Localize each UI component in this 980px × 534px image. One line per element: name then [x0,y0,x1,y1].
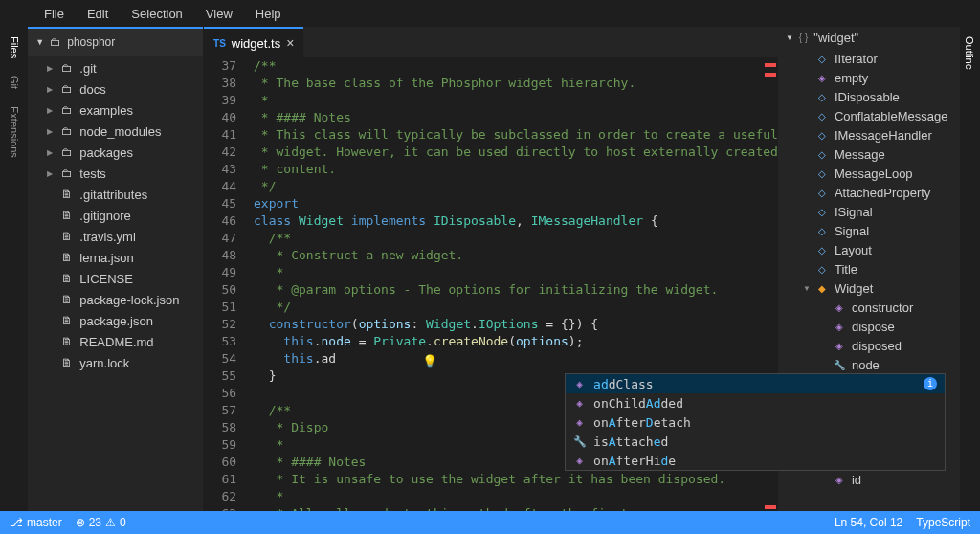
tab-widget-ts[interactable]: TS widget.ts × [204,27,303,57]
editor-tabs: TS widget.ts × [204,27,778,57]
activity-git[interactable]: Git [9,76,20,89]
tree-item[interactable]: 🗎package-lock.json [28,289,203,310]
tree-item[interactable]: ▶🗀docs [28,78,203,100]
file-icon: 🗎 [60,293,74,306]
outline-item[interactable]: ◈empty [778,68,960,87]
tree-item[interactable]: ▶🗀tests [28,163,203,184]
explorer-header[interactable]: ▼ 🗀 phosphor [28,27,203,56]
chevron-icon: ▼ [803,284,811,293]
line-number: 49 [204,264,254,281]
outline-item[interactable]: ▼◆Widget [778,278,960,298]
line-number: 53 [204,333,254,350]
line-number: 40 [204,109,254,126]
outline-item[interactable]: 🔧node [778,355,960,374]
tree-item[interactable]: ▶🗀examples [28,100,203,121]
code-line: class Widget implements IDisposable, IMe… [254,212,658,230]
outline-header[interactable]: ▼ { } "widget" [778,27,960,49]
outline-item-label: AttachedProperty [835,186,930,200]
tree-item-label: package.json [79,314,153,328]
menu-selection[interactable]: Selection [122,3,191,25]
menu-edit[interactable]: Edit [78,3,118,25]
outline-item[interactable]: ◇ConflatableMessage [778,106,960,125]
tree-item[interactable]: 🗎README.md [28,331,203,352]
interface-icon: ◇ [816,187,829,199]
tree-item[interactable]: 🗎yarn.lock [28,352,203,373]
outline-item[interactable]: ◇IIterator [778,49,960,68]
code-line: * [254,488,283,505]
suggest-item[interactable]: ◈onAfterDetach [566,412,945,432]
suggest-item[interactable]: ◈onAfterHide [566,451,945,470]
chevron-right-icon: ▶ [47,64,55,73]
line-number: 54 [204,350,254,367]
error-icon: ⊗ [76,516,85,529]
tree-item-label: lerna.json [79,251,133,265]
suggest-label: isAttached [593,434,668,449]
status-lncol[interactable]: Ln 54, Col 12 [835,516,902,529]
code-line: * Construct a new widget. [254,247,463,264]
outline-item[interactable]: ◇Layout [778,240,960,259]
tree-item-label: .gitignore [79,209,130,223]
activity-extensions[interactable]: Extensions [9,106,20,158]
tree-item[interactable]: ▶🗀node_modules [28,121,203,142]
tree-item[interactable]: 🗎.travis.yml [28,226,203,247]
info-icon[interactable]: i [924,377,937,390]
suggest-item[interactable]: 🔧isAttached [566,432,945,451]
outline-item[interactable]: ◇IMessageHandler [778,125,960,145]
code-line: /** [254,230,291,247]
outline-item[interactable]: ◇Message [778,145,960,164]
cube-icon: ◈ [573,397,586,410]
suggest-item[interactable]: ◈onChildAdded [566,393,945,412]
tree-item-label: package-lock.json [79,293,179,307]
file-tree: ▶🗀.git▶🗀docs▶🗀examples▶🗀node_modules▶🗀pa… [28,56,203,375]
lightbulb-icon[interactable]: 💡 [422,354,437,368]
close-icon[interactable]: × [286,35,294,51]
activity-files[interactable]: Files [9,36,20,58]
minimap-error [765,505,776,509]
outline-item-label: disposed [852,339,902,353]
suggest-item[interactable]: ◈addClassi [566,374,945,393]
outline-item-label: id [852,473,861,487]
tree-item[interactable]: ▶🗀packages [28,142,203,163]
outline-item[interactable]: ◈disposed [778,336,960,355]
outline-item[interactable]: ◇IDisposable [778,87,960,106]
code-line: * This class will typically be subclasse… [254,126,778,144]
outline-item-label: empty [835,71,868,85]
outline-item-label: IIterator [835,52,878,66]
tree-item[interactable]: ▶🗀.git [28,57,203,78]
chevron-down-icon: ▼ [786,33,793,42]
outline-sidebar[interactable]: Outline [960,27,981,511]
status-branch[interactable]: ⎇ master [10,516,62,529]
tree-item[interactable]: 🗎LICENSE [28,268,203,289]
tree-item[interactable]: 🗎package.json [28,310,203,331]
tree-item[interactable]: 🗎.gitattributes [28,184,203,205]
activity-bar: FilesGitExtensions [0,27,28,511]
cube-icon: ◈ [573,416,586,429]
status-language[interactable]: TypeScript [916,516,970,529]
status-bar: ⎇ master ⊗23 ⚠0 Ln 54, Col 12 TypeScript [0,511,980,534]
outline-item[interactable]: ◈dispose [778,317,960,336]
tree-item-label: docs [79,82,105,97]
tree-item[interactable]: 🗎lerna.json [28,247,203,268]
suggest-label: addClass [593,377,654,391]
outline-item[interactable]: ◈id [778,470,960,489]
folder-icon: 🗀 [50,35,61,49]
suggest-widget[interactable]: ◈addClassi◈onChildAdded◈onAfterDetach🔧is… [565,373,946,471]
outline-item[interactable]: ◇MessageLoop [778,164,960,183]
interface-icon: ◇ [816,53,829,65]
status-problems[interactable]: ⊗23 ⚠0 [76,516,126,529]
file-icon: 🗎 [60,335,74,348]
menu-help[interactable]: Help [246,3,291,25]
outline-item[interactable]: ◇ISignal [778,202,960,221]
menu-file[interactable]: File [34,3,74,25]
outline-item[interactable]: ◈constructor [778,298,960,317]
braces-icon: { } [799,33,808,43]
outline-item[interactable]: ◇Signal [778,221,960,240]
outline-item-label: dispose [852,320,895,334]
menu-view[interactable]: View [196,3,242,25]
chevron-down-icon: ▼ [35,37,44,47]
tree-item[interactable]: 🗎.gitignore [28,205,203,226]
interface-icon: ◇ [816,244,829,256]
outline-item[interactable]: ◇AttachedProperty [778,183,960,202]
outline-item[interactable]: ◇Title [778,259,960,278]
tree-item-label: packages [79,145,133,160]
